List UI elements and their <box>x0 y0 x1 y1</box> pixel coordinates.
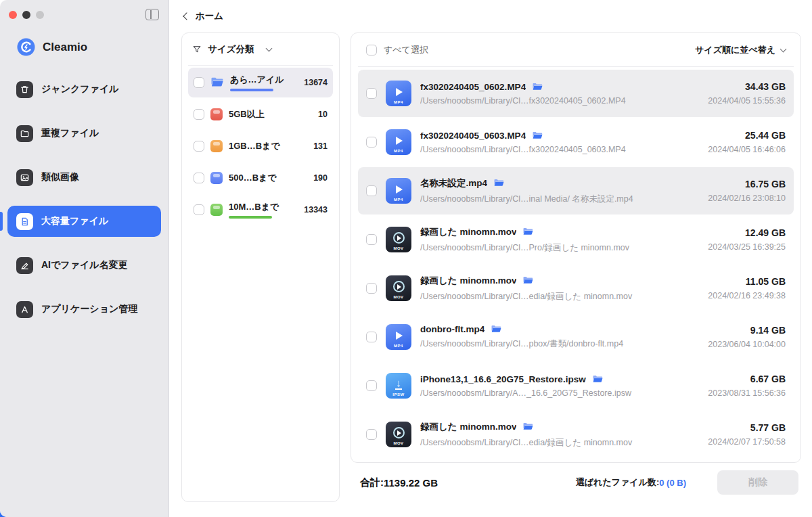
size-filter-panel: サイズ分類 あら…アイル 13674 <box>181 32 340 502</box>
selected-files-label: 選ばれたファイル数: <box>576 476 659 489</box>
file-checkbox[interactable] <box>366 88 377 99</box>
file-name: 名称未設定.mp4 <box>420 177 487 189</box>
reveal-in-finder-icon[interactable] <box>522 227 534 236</box>
file-type-icon <box>386 324 411 350</box>
file-checkbox[interactable] <box>366 137 377 148</box>
category-count: 10 <box>318 110 328 119</box>
file-path: /Users/nooobsm/Library/Cl…Pro/録画した minom… <box>420 242 675 254</box>
reveal-in-finder-icon[interactable] <box>522 422 534 431</box>
reveal-in-finder-icon[interactable] <box>532 83 543 91</box>
ai-rename-icon <box>16 257 33 274</box>
file-name: 録画した minomn.mov <box>420 421 516 433</box>
sidebar-item-label: アプリケーション管理 <box>41 303 137 315</box>
reveal-in-finder-icon[interactable] <box>493 179 505 187</box>
duplicate-files-icon <box>16 125 33 142</box>
sidebar-toggle-icon[interactable] <box>145 9 159 20</box>
file-checkbox[interactable] <box>366 380 377 391</box>
file-name: 録画した minomn.mov <box>420 226 516 238</box>
file-row[interactable]: fx3020240405_0602.MP4 /Users/nooobsm/Lib… <box>358 70 794 117</box>
file-list-panel: すべて選択 サイズ順に並べ替え fx3020240405 <box>351 32 801 463</box>
category-row-all-files[interactable]: あら…アイル 13674 <box>188 68 333 97</box>
category-count: 13674 <box>304 78 328 87</box>
file-date: 2024/04/05 16:46:06 <box>684 145 786 154</box>
file-type-icon <box>386 373 411 399</box>
sidebar-item-ai-rename[interactable]: AIでファイル名変更 <box>7 250 161 281</box>
file-rows: fx3020240405_0602.MP4 /Users/nooobsm/Lib… <box>358 67 794 462</box>
size-category-icon <box>210 108 223 120</box>
reveal-in-finder-icon[interactable] <box>532 131 543 140</box>
file-type-icon <box>386 81 411 106</box>
sidebar-item-app-management[interactable]: アプリケーション管理 <box>7 294 161 325</box>
delete-button[interactable]: 削除 <box>717 470 798 495</box>
sidebar-item-similar-images[interactable]: 類似画像 <box>7 162 161 193</box>
sidebar-item-label: ジャンクファイル <box>41 83 119 95</box>
category-row-over-5gb[interactable]: 5GB以上 10 <box>188 99 333 129</box>
file-path: /Users/nooobsm/Library/Cl…fx3020240405_0… <box>420 96 675 106</box>
window-controls <box>0 0 168 20</box>
file-row[interactable]: donbro-flt.mp4 /Users/nooobsm/Library/Cl… <box>358 313 794 361</box>
file-checkbox[interactable] <box>366 332 377 342</box>
file-path: /Users/nooobsm/Library/Cl…inal Media/ 名称… <box>420 194 675 205</box>
chevron-down-icon <box>266 45 273 51</box>
app-name: Cleamio <box>43 41 87 54</box>
file-name: donbro-flt.mp4 <box>420 324 484 334</box>
category-checkbox[interactable] <box>194 204 204 215</box>
close-window-button[interactable] <box>9 11 17 19</box>
file-checkbox[interactable] <box>366 234 377 245</box>
file-date: 2024/03/25 16:39:25 <box>684 242 786 252</box>
file-size: 25.44 GB <box>684 130 786 141</box>
category-row-1gb-range[interactable]: 1GB…Bまで 131 <box>188 131 333 161</box>
reveal-in-finder-icon[interactable] <box>491 325 502 334</box>
sidebar-item-junk-files[interactable]: ジャンクファイル <box>7 74 161 105</box>
file-size: 11.05 GB <box>684 276 786 287</box>
size-category-dropdown[interactable]: サイズ分類 <box>188 33 333 66</box>
file-type-icon <box>386 422 411 447</box>
category-checkbox[interactable] <box>194 173 204 183</box>
sidebar-menu: ジャンクファイル 重複ファイル 類似画像 大容量ファイル <box>0 74 168 325</box>
file-row[interactable]: 録画した minomn.mov /Users/nooobsm/Library/C… <box>358 216 794 263</box>
file-size: 5.77 GB <box>684 422 786 433</box>
reveal-in-finder-icon[interactable] <box>592 375 604 384</box>
size-category-icon <box>210 172 223 184</box>
back-home-label[interactable]: ホーム <box>196 10 223 22</box>
back-chevron-icon[interactable] <box>183 12 190 20</box>
select-all-checkbox[interactable] <box>366 45 377 55</box>
file-path: /Users/nooobsm/Library/Cl…pbox/書類/donbro… <box>420 338 675 350</box>
sidebar-item-duplicate-files[interactable]: 重複ファイル <box>7 118 161 149</box>
file-checkbox[interactable] <box>366 429 377 440</box>
file-row[interactable]: 録画した minomn.mov /Users/nooobsm/Library/C… <box>358 265 794 312</box>
file-name: 録画した minomn.mov <box>420 275 516 287</box>
zoom-window-button[interactable] <box>36 11 44 19</box>
category-row-10mb-range[interactable]: 10M…Bまで 13343 <box>188 195 333 225</box>
file-row[interactable]: fx3020240405_0603.MP4 /Users/nooobsm/Lib… <box>358 118 794 166</box>
file-path: /Users/nooobsm/Library/Cl…fx3020240405_0… <box>420 145 675 154</box>
file-row[interactable]: 名称未設定.mp4 /Users/nooobsm/Library/Cl…inal… <box>358 167 794 215</box>
sort-dropdown[interactable]: サイズ順に並べ替え <box>695 44 786 56</box>
file-checkbox[interactable] <box>366 283 377 294</box>
size-category-icon <box>210 204 223 216</box>
category-label: 5GB以上 <box>229 108 265 120</box>
breadcrumb[interactable]: ホーム <box>181 0 801 32</box>
select-all-label: すべて選択 <box>384 44 428 56</box>
file-row[interactable]: 録画した minomn.mov /Users/nooobsm/Library/C… <box>358 411 794 458</box>
file-row[interactable]: iPhone13,1_16.6_20G75_Restore.ipsw /User… <box>358 362 794 409</box>
size-category-icon <box>210 140 223 152</box>
file-size: 6.67 GB <box>684 374 786 384</box>
minimize-window-button[interactable] <box>22 11 30 19</box>
sidebar-item-large-files[interactable]: 大容量ファイル <box>7 206 161 237</box>
similar-images-icon <box>16 169 33 186</box>
sidebar-item-label: 類似画像 <box>41 171 79 183</box>
file-type-icon <box>386 227 411 252</box>
category-checkbox[interactable] <box>194 109 204 120</box>
junk-files-icon <box>16 81 33 98</box>
file-checkbox[interactable] <box>366 185 377 196</box>
reveal-in-finder-icon[interactable] <box>522 276 534 285</box>
category-progress-bar <box>230 89 273 91</box>
chevron-down-icon <box>780 45 787 52</box>
file-type-icon <box>386 129 411 155</box>
category-row-500mb-range[interactable]: 500…Bまで 190 <box>188 163 333 193</box>
file-date: 2024/02/16 23:08:10 <box>684 194 786 203</box>
category-checkbox[interactable] <box>194 77 204 88</box>
category-count: 13343 <box>304 205 328 215</box>
category-checkbox[interactable] <box>194 141 204 152</box>
